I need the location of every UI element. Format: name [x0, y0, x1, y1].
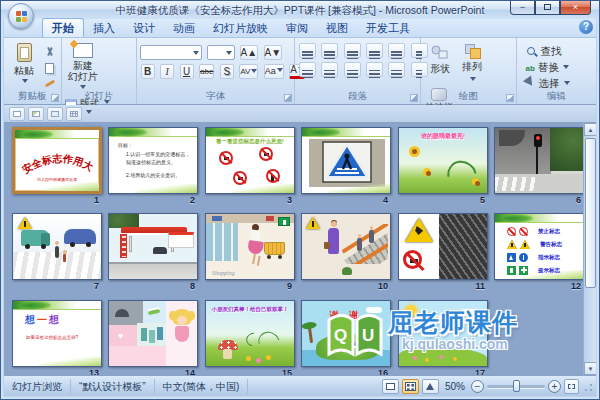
format-painter-button[interactable]	[41, 76, 57, 90]
slide-thumbnail-10[interactable]: 10	[301, 213, 391, 291]
strikethrough-button[interactable]: abe	[199, 64, 214, 79]
slide-number: 9	[205, 281, 295, 291]
change-case-button[interactable]: Aa	[264, 64, 284, 79]
clipboard-dialog-launcher[interactable]	[51, 94, 59, 102]
no-vehicles-sign	[233, 171, 247, 185]
shopping-cart-icon	[264, 242, 285, 255]
scrollbar-thumb[interactable]	[585, 138, 596, 288]
office-logo-icon	[16, 11, 21, 16]
no-trucks-sign	[259, 147, 273, 161]
traffic-light-photo	[494, 127, 584, 194]
slide-thumbnail-5[interactable]: 谁的眼睛最最亮! 5	[398, 127, 488, 205]
font-size-combo[interactable]	[207, 45, 235, 60]
shrink-font-button[interactable]: A▼	[264, 45, 283, 60]
drawing-dialog-launcher[interactable]	[506, 94, 514, 102]
save-icon	[13, 111, 21, 117]
tab-insert[interactable]: 插入	[84, 19, 124, 37]
slide-thumbnail-15[interactable]: 小朋友们真棒！给自己鼓鼓掌！ 15	[205, 300, 295, 375]
language-label[interactable]: 中文(简体，中国)	[155, 379, 249, 394]
qat-insert-picture-button[interactable]	[28, 107, 44, 121]
character-spacing-button[interactable]: AV	[239, 64, 258, 79]
picture-icon	[32, 111, 40, 117]
slide-thumbnail-7[interactable]: 7	[12, 213, 102, 291]
zoom-out-button[interactable]: −	[471, 380, 484, 393]
help-icon[interactable]: ?	[579, 20, 593, 34]
qat-customize-dropdown[interactable]	[86, 110, 92, 117]
slide-sorter-view-button[interactable]	[402, 379, 419, 394]
ribbon-tabs: 开始 插入 设计 动画 幻灯片放映 审阅 视图 开发工具	[4, 19, 596, 37]
line-spacing-button[interactable]	[388, 43, 405, 58]
font-dialog-launcher[interactable]	[284, 94, 292, 102]
slide-thumbnail-13[interactable]: 想一想 如果没有这些标志会怎样? 13	[12, 300, 102, 375]
bold-button[interactable]: B	[141, 64, 155, 79]
slide-thumbnail-4[interactable]: 4	[301, 127, 391, 205]
tab-animations[interactable]: 动画	[164, 19, 204, 37]
tab-review[interactable]: 审阅	[277, 19, 317, 37]
design-template-label[interactable]: “默认设计模板”	[71, 379, 155, 394]
resize-grip[interactable]	[582, 379, 594, 393]
no-pedestrians-sign	[266, 169, 280, 183]
align-center-button[interactable]	[321, 62, 338, 77]
copy-button[interactable]	[41, 60, 57, 74]
slide-thumbnail-2[interactable]: 目标： 1.认识一些常见的交通标志， 知道这些标志的意义。 2.培养幼儿的安全意…	[108, 127, 198, 205]
arrange-button[interactable]: 排列	[456, 41, 488, 85]
office-button[interactable]	[8, 3, 34, 29]
slide-thumbnail-11[interactable]: 11	[398, 213, 488, 291]
tab-slideshow[interactable]: 幻灯片放映	[204, 19, 277, 37]
slideshow-view-button[interactable]	[422, 379, 439, 394]
grow-font-button[interactable]: A▲	[240, 45, 259, 60]
exit-sign-icon	[278, 217, 290, 226]
distribute-button[interactable]	[388, 62, 405, 77]
qat-save-button[interactable]	[9, 107, 25, 121]
powerpoint-window: 中班健康优质课《安全标志作用大》PPT课件 [兼容模式] - Microsoft…	[0, 0, 600, 400]
bullets-button[interactable]	[299, 43, 316, 58]
slide-number: 8	[108, 281, 198, 291]
cut-button[interactable]	[41, 44, 57, 58]
minimize-button[interactable]: −	[510, 1, 535, 15]
normal-view-button[interactable]	[382, 379, 399, 394]
slide-thumbnail-8[interactable]: 8	[108, 213, 198, 291]
slide-thumbnail-3[interactable]: 看一看这些标志是什么意思! 3	[205, 127, 295, 205]
align-right-button[interactable]	[344, 62, 361, 77]
svg-text:安全标志作用大: 安全标志作用大	[20, 153, 95, 176]
increase-indent-button[interactable]	[366, 43, 383, 58]
group-font: A▲ A▼ B I U abe S AV Aa A 字体	[137, 38, 295, 104]
zoom-level[interactable]: 50%	[442, 381, 468, 392]
slide-thumbnail-6[interactable]: 6	[494, 127, 584, 205]
align-left-button[interactable]	[299, 62, 316, 77]
zoom-slider[interactable]	[487, 385, 545, 388]
justify-button[interactable]	[366, 62, 383, 77]
text-shadow-button[interactable]: S	[220, 64, 234, 79]
fit-to-window-button[interactable]	[564, 379, 579, 394]
font-name-combo[interactable]	[140, 45, 202, 60]
zoom-slider-thumb[interactable]	[513, 380, 520, 392]
slide-number: 16	[301, 368, 391, 375]
numbering-button[interactable]	[321, 43, 338, 58]
slide-thumbnail-9[interactable]: Shopping 9	[205, 213, 295, 291]
zoom-in-button[interactable]: +	[548, 380, 561, 393]
slide-thumbnail-14[interactable]: ♥ 14	[108, 300, 198, 375]
paragraph-dialog-launcher[interactable]	[410, 94, 418, 102]
tab-developer[interactable]: 开发工具	[357, 19, 419, 37]
qat-undo-button[interactable]	[47, 107, 63, 121]
slide-thumbnail-12[interactable]: 禁止标志 警告标志 指示标志 提示标志 12	[494, 213, 584, 291]
close-button[interactable]: ×	[560, 1, 591, 15]
decrease-indent-button[interactable]	[344, 43, 361, 58]
italic-button[interactable]: I	[160, 64, 174, 79]
gas-station-cartoon	[108, 213, 198, 280]
scroll-up-arrow[interactable]: ▲	[584, 123, 596, 136]
replace-button[interactable]: ab替换	[526, 60, 594, 76]
slide-thumbnail-1[interactable]: 安全标志作用大 幼儿园中班健康优质课 1	[12, 127, 102, 205]
qat-redo-button[interactable]	[66, 107, 82, 121]
maximize-button[interactable]	[535, 1, 560, 15]
tab-design[interactable]: 设计	[124, 19, 164, 37]
tab-view[interactable]: 视图	[317, 19, 357, 37]
qulaoshi-watermark: Q U 屈老师课件 kj.qulaoshi.com	[324, 306, 586, 368]
shapes-button[interactable]: 形状	[424, 41, 456, 76]
underline-button[interactable]: U	[180, 64, 194, 79]
paste-button[interactable]: 粘贴	[7, 41, 41, 87]
new-slide-button[interactable]: 新建幻灯片	[65, 41, 101, 93]
find-button[interactable]: 查找	[526, 44, 594, 60]
group-clipboard: 粘贴 剪贴板	[4, 38, 62, 104]
tab-home[interactable]: 开始	[42, 18, 84, 37]
